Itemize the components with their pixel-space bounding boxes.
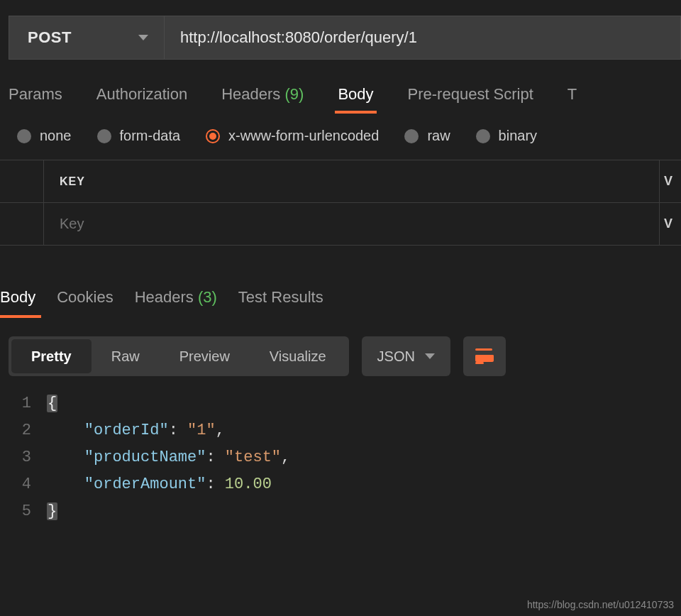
code-content: { "orderId": "1", "productName": "test",… [47, 390, 290, 525]
radio-dot-icon [206, 129, 220, 143]
tab-headers[interactable]: Headers (9) [221, 85, 304, 112]
radio-dot-icon [17, 129, 31, 143]
kv-key-input[interactable] [60, 216, 643, 232]
radio-none[interactable]: none [17, 128, 72, 144]
tab-authorization[interactable]: Authorization [96, 85, 187, 112]
watermark: https://blog.csdn.net/u012410733 [527, 599, 674, 610]
kv-key-header: KEY [44, 160, 660, 202]
view-pretty[interactable]: Pretty [11, 339, 92, 373]
code-gutter: 1 2 3 4 5 [9, 390, 47, 525]
radio-form-data[interactable]: form-data [97, 128, 181, 144]
wrap-lines-button[interactable] [463, 336, 506, 376]
view-preview[interactable]: Preview [160, 339, 250, 373]
radio-urlencoded[interactable]: x-www-form-urlencoded [206, 128, 379, 144]
kv-row: V [0, 203, 681, 246]
viewer-toolbar: Pretty Raw Preview Visualize JSON [9, 336, 681, 376]
radio-urlencoded-label: x-www-form-urlencoded [228, 128, 379, 144]
radio-raw-label: raw [427, 128, 450, 144]
tab-tests-cut[interactable]: T [568, 85, 577, 112]
resp-tab-cookies[interactable]: Cookies [57, 288, 113, 317]
tab-body[interactable]: Body [338, 85, 373, 112]
request-tabs: Params Authorization Headers (9) Body Pr… [9, 85, 681, 112]
resp-tab-body[interactable]: Body [0, 288, 35, 317]
radio-binary[interactable]: binary [476, 128, 537, 144]
response-body-viewer[interactable]: 1 2 3 4 5 { "orderId": "1", "productName… [9, 390, 681, 525]
resp-tab-testresults[interactable]: Test Results [238, 288, 323, 317]
response-section: Body Cookies Headers (3) Test Results Pr… [0, 288, 681, 525]
http-method-select[interactable]: POST [9, 16, 165, 60]
http-method-label: POST [28, 28, 72, 47]
response-lang-select[interactable]: JSON [362, 336, 450, 376]
view-visualize[interactable]: Visualize [250, 339, 346, 373]
view-mode-group: Pretty Raw Preview Visualize [9, 336, 349, 376]
body-type-radios: none form-data x-www-form-urlencoded raw… [17, 128, 681, 160]
resp-tab-headers-label: Headers [135, 288, 194, 306]
request-url-row: POST [9, 16, 681, 60]
view-raw[interactable]: Raw [92, 339, 160, 373]
wrap-icon [475, 348, 494, 364]
radio-none-label: none [40, 128, 72, 144]
resp-tab-headers-count: (3) [198, 288, 217, 306]
tab-headers-count: (9) [285, 85, 304, 103]
tab-prerequest[interactable]: Pre-request Script [408, 85, 533, 112]
kv-value-cell[interactable]: V [660, 203, 681, 245]
radio-raw[interactable]: raw [404, 128, 450, 144]
radio-form-data-label: form-data [120, 128, 181, 144]
kv-handle-col [0, 203, 44, 245]
kv-value-header: V [660, 160, 681, 202]
tab-params[interactable]: Params [9, 85, 62, 112]
radio-dot-icon [97, 129, 111, 143]
response-lang-label: JSON [377, 348, 415, 365]
kv-header-row: KEY V [0, 160, 681, 203]
radio-dot-icon [476, 129, 490, 143]
radio-binary-label: binary [499, 128, 537, 144]
response-tabs: Body Cookies Headers (3) Test Results [0, 288, 681, 317]
tab-headers-label: Headers [221, 85, 280, 103]
kv-handle-col [0, 160, 44, 202]
kv-table: KEY V V [0, 160, 681, 246]
chevron-down-icon [425, 353, 435, 359]
radio-dot-icon [404, 129, 419, 143]
chevron-down-icon [138, 35, 148, 40]
request-url-input[interactable] [165, 16, 681, 60]
resp-tab-headers[interactable]: Headers (3) [135, 288, 217, 317]
